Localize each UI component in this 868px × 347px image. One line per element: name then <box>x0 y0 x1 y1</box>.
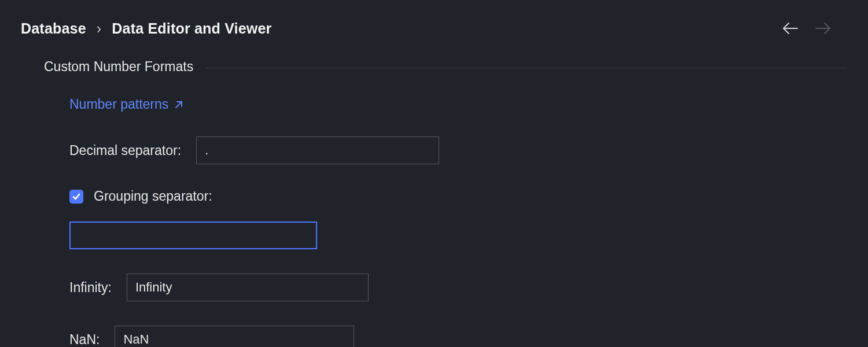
number-patterns-link-label: Number patterns <box>69 97 168 112</box>
nan-row: NaN: <box>69 326 847 347</box>
svg-line-2 <box>176 102 182 108</box>
breadcrumb-current: Data Editor and Viewer <box>112 20 271 37</box>
grouping-separator-label[interactable]: Grouping separator: <box>94 189 212 204</box>
decimal-separator-label: Decimal separator: <box>69 143 181 158</box>
header-bar: Database › Data Editor and Viewer <box>0 0 868 42</box>
breadcrumb-root[interactable]: Database <box>21 20 86 37</box>
decimal-separator-row: Decimal separator: <box>69 136 847 164</box>
infinity-input[interactable] <box>127 274 369 301</box>
nan-input[interactable] <box>115 326 354 347</box>
breadcrumb-separator: › <box>97 20 102 37</box>
settings-body: Custom Number Formats Number patterns De… <box>0 42 868 347</box>
external-link-icon <box>174 100 183 109</box>
infinity-label: Infinity: <box>69 280 112 296</box>
section-divider <box>206 68 847 68</box>
arrow-left-icon <box>782 22 799 35</box>
fields: Number patterns Decimal separator: Group… <box>44 75 847 347</box>
infinity-row: Infinity: <box>69 274 847 301</box>
nan-label: NaN: <box>69 332 100 348</box>
number-patterns-link[interactable]: Number patterns <box>69 97 847 112</box>
grouping-separator-checkbox[interactable] <box>69 190 83 204</box>
decimal-separator-input[interactable] <box>196 136 439 164</box>
section-header: Custom Number Formats <box>44 59 847 75</box>
nav-back-button[interactable] <box>782 22 799 35</box>
grouping-separator-input[interactable] <box>69 222 317 249</box>
nav-arrows <box>782 22 847 35</box>
section-title: Custom Number Formats <box>44 59 193 75</box>
grouping-separator-row: Grouping separator: <box>69 189 847 204</box>
arrow-right-icon <box>815 22 831 35</box>
check-icon <box>72 192 81 201</box>
nav-forward-button <box>815 22 831 35</box>
breadcrumb: Database › Data Editor and Viewer <box>21 20 272 37</box>
grouping-separator-input-row <box>69 222 847 249</box>
